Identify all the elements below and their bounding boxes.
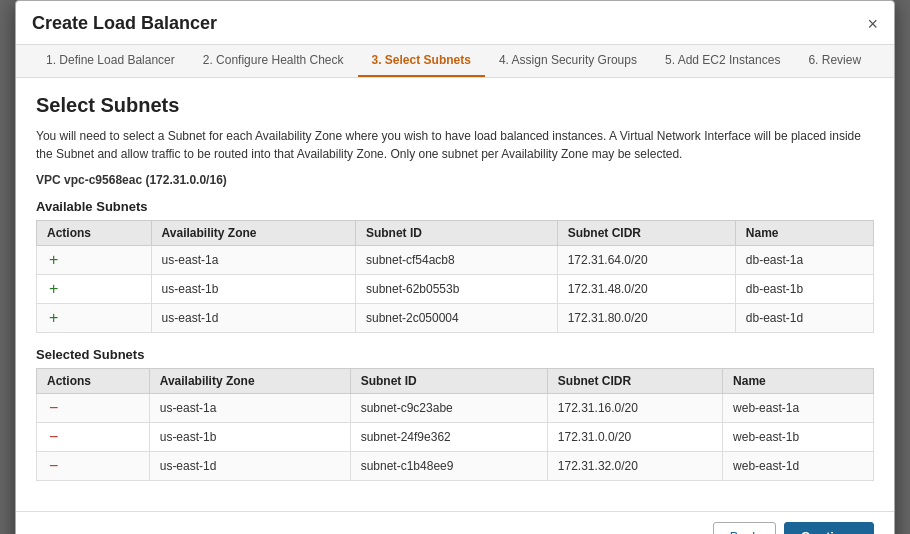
- tab-assign-security-groups[interactable]: 4. Assign Security Groups: [485, 45, 651, 77]
- continue-button[interactable]: Continue: [784, 522, 874, 534]
- tab-define-load-balancer[interactable]: 1. Define Load Balancer: [32, 45, 189, 77]
- modal-title: Create Load Balancer: [32, 13, 217, 34]
- remove-subnet-button[interactable]: −: [47, 399, 60, 417]
- name-cell: db-east-1d: [735, 304, 873, 333]
- cidr-cell: 172.31.32.0/20: [547, 452, 722, 481]
- subnet-id-cell: subnet-cf54acb8: [355, 246, 557, 275]
- cidr-cell: 172.31.80.0/20: [557, 304, 735, 333]
- subnet-id-cell: subnet-c1b48ee9: [350, 452, 547, 481]
- az-cell: us-east-1d: [151, 304, 355, 333]
- modal-footer: Back Continue: [16, 511, 894, 534]
- modal-body: Select Subnets You will need to select a…: [16, 78, 894, 511]
- add-subnet-button[interactable]: +: [47, 309, 60, 327]
- modal-header: Create Load Balancer ×: [16, 1, 894, 45]
- selected-col-name: Name: [723, 369, 874, 394]
- cidr-cell: 172.31.64.0/20: [557, 246, 735, 275]
- subnet-id-cell: subnet-24f9e362: [350, 423, 547, 452]
- tab-review[interactable]: 6. Review: [794, 45, 875, 77]
- selected-col-subnet-id: Subnet ID: [350, 369, 547, 394]
- az-cell: us-east-1d: [149, 452, 350, 481]
- table-row: + us-east-1d subnet-2c050004 172.31.80.0…: [37, 304, 874, 333]
- available-col-subnet-id: Subnet ID: [355, 221, 557, 246]
- selected-col-actions: Actions: [37, 369, 150, 394]
- table-row: + us-east-1a subnet-cf54acb8 172.31.64.0…: [37, 246, 874, 275]
- close-button[interactable]: ×: [867, 15, 878, 33]
- add-subnet-button[interactable]: +: [47, 280, 60, 298]
- tab-configure-health-check[interactable]: 2. Configure Health Check: [189, 45, 358, 77]
- available-col-az: Availability Zone: [151, 221, 355, 246]
- selected-subnets-title: Selected Subnets: [36, 347, 874, 362]
- remove-subnet-button[interactable]: −: [47, 457, 60, 475]
- name-cell: web-east-1d: [723, 452, 874, 481]
- selected-col-az: Availability Zone: [149, 369, 350, 394]
- name-cell: web-east-1b: [723, 423, 874, 452]
- table-row: − us-east-1b subnet-24f9e362 172.31.0.0/…: [37, 423, 874, 452]
- cidr-cell: 172.31.48.0/20: [557, 275, 735, 304]
- remove-subnet-button[interactable]: −: [47, 428, 60, 446]
- back-button[interactable]: Back: [713, 522, 776, 534]
- cidr-cell: 172.31.16.0/20: [547, 394, 722, 423]
- tab-select-subnets[interactable]: 3. Select Subnets: [358, 45, 485, 77]
- available-subnets-table: Actions Availability Zone Subnet ID Subn…: [36, 220, 874, 333]
- subnet-id-cell: subnet-62b0553b: [355, 275, 557, 304]
- tabs-bar: 1. Define Load Balancer 2. Configure Hea…: [16, 45, 894, 78]
- available-subnets-title: Available Subnets: [36, 199, 874, 214]
- available-col-name: Name: [735, 221, 873, 246]
- selected-subnets-table: Actions Availability Zone Subnet ID Subn…: [36, 368, 874, 481]
- az-cell: us-east-1b: [151, 275, 355, 304]
- subnet-id-cell: subnet-2c050004: [355, 304, 557, 333]
- table-row: + us-east-1b subnet-62b0553b 172.31.48.0…: [37, 275, 874, 304]
- available-col-actions: Actions: [37, 221, 152, 246]
- name-cell: db-east-1a: [735, 246, 873, 275]
- name-cell: web-east-1a: [723, 394, 874, 423]
- available-col-cidr: Subnet CIDR: [557, 221, 735, 246]
- name-cell: db-east-1b: [735, 275, 873, 304]
- subnet-id-cell: subnet-c9c23abe: [350, 394, 547, 423]
- page-title: Select Subnets: [36, 94, 874, 117]
- add-subnet-button[interactable]: +: [47, 251, 60, 269]
- vpc-label: VPC vpc-c9568eac (172.31.0.0/16): [36, 173, 874, 187]
- tab-add-ec2-instances[interactable]: 5. Add EC2 Instances: [651, 45, 794, 77]
- page-description: You will need to select a Subnet for eac…: [36, 127, 874, 163]
- az-cell: us-east-1a: [149, 394, 350, 423]
- modal: Create Load Balancer × 1. Define Load Ba…: [15, 0, 895, 534]
- selected-col-cidr: Subnet CIDR: [547, 369, 722, 394]
- az-cell: us-east-1a: [151, 246, 355, 275]
- table-row: − us-east-1d subnet-c1b48ee9 172.31.32.0…: [37, 452, 874, 481]
- table-row: − us-east-1a subnet-c9c23abe 172.31.16.0…: [37, 394, 874, 423]
- az-cell: us-east-1b: [149, 423, 350, 452]
- cidr-cell: 172.31.0.0/20: [547, 423, 722, 452]
